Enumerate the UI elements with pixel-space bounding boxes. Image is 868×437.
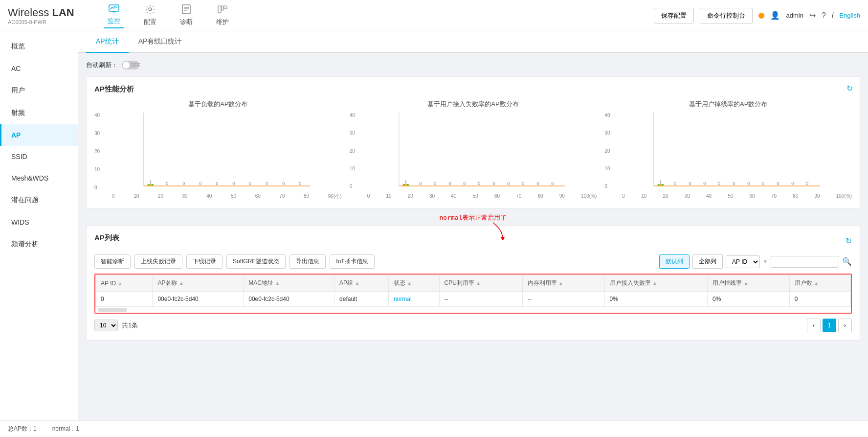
nav-monitor-label: 监控 (108, 17, 120, 25)
nav-maintain[interactable]: 维护 (212, 2, 233, 28)
btn-iot[interactable]: IoT插卡信息 (330, 254, 374, 269)
nav-diag[interactable]: 诊断 (176, 2, 197, 28)
svg-text:0: 0 (199, 181, 201, 186)
ap-table-header: AP ID ▲ AP名称 ▲ MAC地址 ▲ AP组 ▲ 状态 ▲ CPU利用率… (96, 275, 851, 292)
chart-fail-svg: 1 0 0 0 0 0 0 0 0 0 0 (367, 113, 597, 191)
charts-row: 基于负载的AP数分布 40 30 20 10 0 (94, 100, 852, 200)
horizontal-scrollbar[interactable] (98, 308, 127, 312)
user-icon: 👤 (770, 11, 780, 20)
logout-icon[interactable]: ↪ (809, 11, 816, 20)
page-next-btn[interactable]: › (838, 319, 852, 332)
sort-cpu[interactable]: ▲ (476, 280, 481, 286)
chart-fail-y-axis: 40 30 20 10 0 (350, 113, 355, 189)
language-selector[interactable]: English (839, 12, 860, 19)
sort-ap-name[interactable]: ▲ (179, 280, 184, 286)
ap-list-toolbar: 智能诊断 上线失败记录 下线记录 SoftGRE隧道状态 导出信息 IoT插卡信… (94, 254, 852, 269)
btn-all-cols[interactable]: 全部列 (692, 254, 723, 269)
auto-refresh-toggle[interactable]: OFF (122, 61, 139, 69)
footer: 总AP数：1 normal：1 (0, 420, 868, 437)
cmd-console-button[interactable]: 命令行控制台 (700, 8, 753, 23)
cell-status[interactable]: normal (388, 292, 439, 307)
svg-text:0: 0 (689, 181, 691, 186)
top-nav-menu: 监控 配置 诊断 维护 (104, 2, 654, 28)
chart-load-y-axis: 40 30 20 10 0 (94, 113, 100, 190)
search-icon[interactable]: 🔍 (842, 257, 852, 266)
sort-fail-rate[interactable]: ▲ (652, 280, 657, 286)
sort-mem[interactable]: ▲ (558, 280, 563, 286)
sidebar-item-wids[interactable]: WIDS (0, 211, 78, 233)
ap-table: AP ID ▲ AP名称 ▲ MAC地址 ▲ AP组 ▲ 状态 ▲ CPU利用率… (95, 275, 851, 313)
sort-status[interactable]: ▲ (407, 280, 412, 286)
sort-drop-rate[interactable]: ▲ (743, 280, 748, 286)
sidebar-item-radio[interactable]: 射频 (0, 102, 78, 124)
auto-refresh-label: 自动刷新： (86, 61, 118, 69)
btn-online-fail[interactable]: 上线失败记录 (134, 254, 182, 269)
app-subtitle: AC6005-8-PWR (8, 19, 74, 25)
page-1-btn[interactable]: 1 (823, 319, 836, 332)
svg-text:0: 0 (419, 181, 422, 186)
status-normal-link[interactable]: normal (394, 296, 412, 302)
svg-text:0: 0 (249, 181, 251, 186)
svg-rect-4 (182, 5, 190, 14)
cell-users: 0 (789, 292, 850, 307)
chart-load-x-axis: 0 10 20 30 40 50 60 70 80 90(个) (112, 193, 342, 200)
tab-ap-wired[interactable]: AP有线口统计 (129, 31, 192, 53)
cell-fail-rate: 0% (604, 292, 708, 307)
tab-ap-stats[interactable]: AP统计 (86, 31, 129, 53)
filter-select[interactable]: AP ID (726, 255, 760, 268)
ap-list-refresh-icon[interactable]: ↻ (846, 236, 852, 246)
sidebar-item-mesh[interactable]: Mesh&WDS (0, 167, 78, 189)
maintain-icon (218, 4, 227, 17)
svg-text:0: 0 (434, 181, 436, 186)
sort-users[interactable]: ▲ (814, 280, 819, 286)
nav-monitor[interactable]: 监控 (104, 2, 124, 28)
sidebar: 概览 AC 用户 射频 AP SSID Mesh&WDS 潜在问题 WIDS 频… (0, 31, 78, 420)
info-icon[interactable]: i (832, 11, 834, 20)
chart-load: 基于负载的AP数分布 40 30 20 10 0 (94, 100, 342, 200)
chart-drop-y-axis: 40 30 20 10 0 (604, 113, 610, 189)
nav-diag-label: 诊断 (180, 18, 193, 26)
help-icon[interactable]: ? (822, 11, 826, 20)
svg-text:0: 0 (216, 181, 218, 186)
save-config-button[interactable]: 保存配置 (654, 8, 694, 23)
cell-mem: -- (522, 292, 604, 307)
status-indicator (758, 13, 764, 19)
chart-fail-title: 基于用户接入失败率的AP数分布 (350, 100, 597, 109)
sidebar-item-overview[interactable]: 概览 (0, 35, 78, 58)
ap-table-body: 0 00e0-fc2c-5d40 00e0-fc2c-5d40 default … (96, 292, 851, 313)
filter-dropdown-icon: ▼ (763, 259, 768, 264)
sidebar-item-ac[interactable]: AC (0, 58, 78, 79)
tab-bar: AP统计 AP有线口统计 (78, 31, 868, 53)
btn-default-cols[interactable]: 默认列 (659, 254, 690, 269)
btn-softgre[interactable]: SoftGRE隧道状态 (226, 254, 286, 269)
btn-smart-diag[interactable]: 智能诊断 (94, 254, 131, 269)
svg-text:1: 1 (660, 179, 662, 184)
sort-mac[interactable]: ▲ (275, 280, 280, 286)
perf-refresh-icon[interactable]: ↻ (846, 84, 853, 93)
toggle-state-label: OFF (131, 63, 140, 68)
sidebar-item-ssid[interactable]: SSID (0, 146, 78, 167)
btn-offline[interactable]: 下线记录 (186, 254, 223, 269)
auto-refresh-row: 自动刷新： OFF (86, 61, 860, 69)
sidebar-item-spectrum[interactable]: 频谱分析 (0, 233, 78, 255)
btn-export[interactable]: 导出信息 (289, 254, 326, 269)
col-mem: 内存利用率 ▲ (522, 275, 604, 292)
page-prev-btn[interactable]: ‹ (807, 319, 821, 332)
cell-drop-rate: 0% (708, 292, 790, 307)
page-total: 共1条 (122, 321, 138, 330)
chart-load-title: 基于负载的AP数分布 (94, 100, 342, 109)
svg-text:0: 0 (166, 181, 168, 186)
svg-text:0: 0 (448, 181, 451, 186)
sidebar-item-issues[interactable]: 潜在问题 (0, 189, 78, 211)
search-input[interactable] (771, 256, 839, 268)
top-nav: Wireless LAN AC6005-8-PWR 监控 配置 诊断 (0, 0, 868, 31)
sort-ap-group[interactable]: ▲ (355, 280, 359, 286)
ap-table-wrapper: AP ID ▲ AP名称 ▲ MAC地址 ▲ AP组 ▲ 状态 ▲ CPU利用率… (94, 274, 852, 314)
svg-text:1: 1 (404, 179, 407, 184)
sidebar-item-user[interactable]: 用户 (0, 79, 78, 102)
nav-config[interactable]: 配置 (140, 2, 160, 28)
nav-config-label: 配置 (144, 18, 156, 26)
sort-ap-id[interactable]: ▲ (117, 281, 122, 286)
sidebar-item-ap[interactable]: AP (0, 124, 78, 146)
page-size-select[interactable]: 10 (94, 320, 118, 331)
